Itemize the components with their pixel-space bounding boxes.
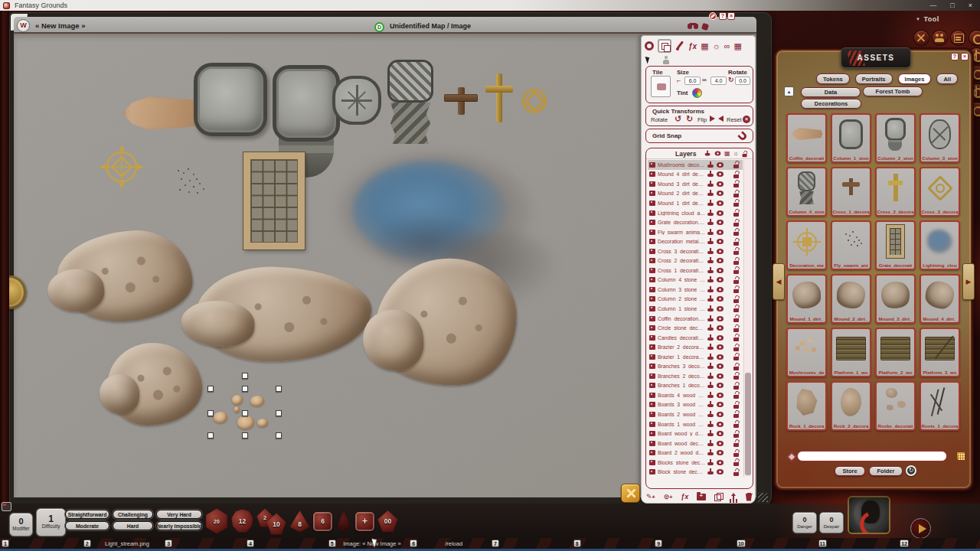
layer-paint-icon[interactable] [707, 324, 714, 331]
layer-row[interactable]: Coffin_decoration.png [648, 314, 743, 324]
layer-visibility-icon[interactable] [717, 422, 724, 427]
asset-card[interactable]: Roots_1_decora [920, 381, 960, 431]
hotkey-slot[interactable]: 1 [0, 538, 82, 549]
layer-row[interactable]: Column_4_stone_d... [648, 276, 743, 285]
selection-handle[interactable] [242, 386, 248, 392]
layers-light-icon[interactable]: ☼ [733, 151, 739, 157]
page-right-button[interactable]: ▶ [962, 263, 975, 300]
layer-row[interactable]: Boards_3_wood_de... [648, 400, 743, 410]
layer-lock-icon[interactable] [733, 199, 740, 207]
assets-help-button[interactable]: ? [951, 53, 959, 60]
play-button[interactable] [910, 518, 931, 539]
layer-visibility-icon[interactable] [717, 460, 724, 465]
hotkey-slot[interactable]: 3 [163, 538, 245, 549]
mound-1-decoration[interactable] [54, 227, 195, 326]
assets-tab[interactable]: Tokens [816, 73, 850, 84]
layer-paint-icon[interactable] [707, 267, 714, 274]
layer-paint-icon[interactable] [707, 373, 714, 380]
tile-thumbnail[interactable] [651, 76, 671, 97]
layer-lock-icon[interactable] [733, 382, 740, 390]
token-tool-icon[interactable] [662, 56, 670, 64]
party-sheet-button[interactable] [933, 31, 947, 45]
selection-handle[interactable] [207, 386, 214, 392]
layer-lock-icon[interactable] [733, 257, 740, 265]
layer-paint-icon[interactable] [707, 238, 714, 245]
layer-row[interactable]: Mound_3_dirt_deco... [648, 179, 743, 189]
layer-lock-icon[interactable] [733, 190, 740, 197]
add-effect-icon[interactable]: ƒx [681, 493, 688, 500]
layer-visibility-icon[interactable] [717, 383, 724, 388]
maximize-icon[interactable]: □ [950, 0, 954, 11]
layer-lock-icon[interactable] [733, 161, 740, 168]
assets-tab[interactable]: Portraits [855, 73, 893, 84]
layer-paint-icon[interactable] [707, 210, 714, 217]
layer-lock-icon[interactable] [733, 238, 740, 246]
asset-card[interactable]: Column_1_ston [831, 113, 871, 163]
asset-card[interactable]: Coffin_decorati [786, 113, 827, 163]
add-folder-icon[interactable] [697, 494, 705, 500]
hotkey-slot[interactable]: 2 Light_stream.png [82, 538, 164, 549]
layer-visibility-icon[interactable] [717, 210, 724, 216]
layer-lock-icon[interactable] [733, 180, 740, 187]
combat-tracker-button[interactable] [914, 31, 929, 45]
layer-lock-icon[interactable] [733, 219, 740, 227]
layer-paint-icon[interactable] [707, 248, 714, 255]
layer-lock-icon[interactable] [733, 209, 740, 217]
layer-lock-icon[interactable] [733, 363, 740, 370]
layer-row[interactable]: Candles_decoration... [648, 333, 743, 343]
die-button[interactable] [335, 510, 352, 533]
layer-paint-icon[interactable] [707, 440, 714, 447]
layer-visibility-icon[interactable] [717, 181, 724, 187]
layer-row[interactable]: Mound_1_dirt_deco... [648, 198, 743, 208]
mushroom[interactable] [237, 416, 254, 429]
layer-row[interactable]: Column_1_stone_d... [648, 304, 743, 314]
layer-paint-icon[interactable] [707, 354, 714, 360]
layer-row[interactable]: Branches_1_decor... [648, 381, 743, 391]
selection-handle[interactable] [276, 410, 282, 416]
layer-lock-icon[interactable] [733, 171, 740, 178]
layer-paint-icon[interactable] [707, 382, 714, 389]
layer-lock-icon[interactable] [733, 391, 740, 399]
add-token-icon[interactable]: ⊙+ [664, 493, 673, 500]
asset-card[interactable]: Mushrooms_de [786, 328, 827, 377]
layer-lock-icon[interactable] [733, 276, 740, 284]
rotate-value-icon[interactable]: ↻ [728, 76, 734, 83]
layer-row[interactable]: Board_wood_decor... [648, 439, 743, 448]
asset-card[interactable]: Platform_3_wo [920, 328, 960, 377]
layer-visibility-icon[interactable] [717, 201, 724, 206]
layer-row[interactable]: Branches_2_decor... [648, 371, 743, 381]
layer-row[interactable]: Mound_4_dirt_deco... [648, 170, 743, 180]
layer-row[interactable]: Cross_2_decoratio... [648, 256, 743, 266]
layer-visibility-icon[interactable] [717, 354, 724, 360]
layer-row[interactable]: Block_stone_decor... [648, 468, 743, 478]
layer-paint-icon[interactable] [707, 286, 714, 293]
layer-paint-icon[interactable] [707, 305, 714, 312]
asset-card[interactable]: Lightning_clou [920, 220, 960, 270]
die-button[interactable]: 00 [377, 510, 398, 532]
layer-paint-icon[interactable] [707, 449, 714, 456]
modifier-button[interactable]: 0 Modifier [9, 513, 33, 536]
hotkey-slot[interactable]: 9 [653, 538, 735, 549]
layer-lock-icon[interactable] [733, 344, 740, 351]
layer-paint-icon[interactable] [707, 315, 714, 322]
selection-handle[interactable] [242, 373, 248, 379]
layer-visibility-icon[interactable] [717, 393, 724, 398]
asset-card[interactable]: Column_4_ston [786, 167, 827, 217]
asset-card[interactable]: Rocks_decorati [875, 381, 916, 431]
cross-2-decoration[interactable] [485, 73, 513, 122]
layer-lock-icon[interactable] [733, 372, 740, 380]
layer-visibility-icon[interactable] [717, 306, 724, 311]
grid-view-icon[interactable] [956, 452, 965, 461]
layer-row[interactable]: Branches_3_decor... [648, 361, 743, 371]
layer-paint-icon[interactable] [707, 276, 714, 283]
export-layer-icon[interactable] [730, 493, 737, 501]
layer-lock-icon[interactable] [733, 324, 740, 332]
mushroom[interactable] [257, 419, 268, 427]
layers-grid-icon[interactable]: ▦ [724, 151, 730, 157]
link-dimensions-icon[interactable]: ∞ [702, 77, 707, 83]
layer-row[interactable]: Column_2_stone_d... [648, 295, 743, 305]
folder-up-button[interactable]: ▲ [784, 86, 794, 96]
layer-row[interactable]: Brazier_1_decorati... [648, 352, 743, 362]
asset-card[interactable]: Rock_1_decora [786, 381, 827, 431]
map-window-header[interactable] [14, 17, 756, 34]
